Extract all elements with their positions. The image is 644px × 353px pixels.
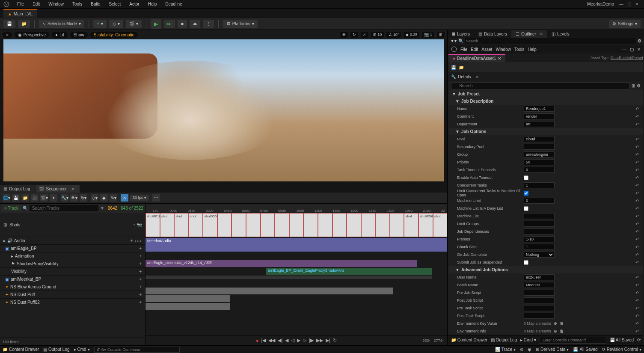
reset-icon[interactable]: ↶ bbox=[635, 329, 639, 334]
property-input[interactable] bbox=[524, 244, 555, 250]
track-row[interactable]: ⚑ShadowProxyVisibility+ bbox=[0, 260, 145, 268]
shot-thumb[interactable] bbox=[289, 213, 304, 237]
blueprint-button[interactable]: ◇▾ bbox=[109, 20, 123, 28]
snap-grid[interactable]: ⊞ 10 bbox=[371, 32, 384, 38]
property-input[interactable] bbox=[524, 182, 555, 188]
track-row[interactable]: ✦NS Blow Across Ground+ bbox=[0, 283, 145, 291]
reset-icon[interactable]: ↶ bbox=[635, 122, 639, 127]
menu-file[interactable]: File bbox=[13, 2, 28, 6]
play-reverse-button[interactable]: ◀ bbox=[285, 338, 288, 343]
seq-director-button[interactable]: ✦ bbox=[50, 194, 57, 202]
reset-icon[interactable]: ↶ bbox=[635, 291, 639, 295]
property-input[interactable] bbox=[524, 167, 555, 173]
tab-layers[interactable]: ≣Layers bbox=[448, 30, 474, 38]
seq-curve-button[interactable]: 〰 bbox=[152, 194, 160, 202]
property-input[interactable] bbox=[524, 121, 555, 127]
seq-browse-button[interactable]: 📁 bbox=[21, 194, 29, 202]
play-forward-button[interactable]: ▶ bbox=[297, 338, 300, 343]
asset-max-button[interactable]: ▢ bbox=[630, 47, 634, 52]
expand-icon[interactable]: ▸ bbox=[3, 238, 6, 243]
prev-key-button[interactable]: ◀| bbox=[278, 338, 282, 343]
close-icon[interactable]: ✕ bbox=[540, 32, 543, 36]
tab-sequencer[interactable]: 🎬Sequencer✕ bbox=[36, 185, 79, 193]
track-row[interactable]: ✦NS Dust Puff02+ bbox=[0, 299, 145, 306]
seq-save-button[interactable]: 💾 bbox=[12, 194, 20, 202]
property-input[interactable] bbox=[524, 221, 555, 227]
browse-button[interactable]: 📁 bbox=[18, 20, 30, 28]
menu-select[interactable]: Select bbox=[105, 2, 125, 6]
record-button[interactable]: ● bbox=[256, 338, 259, 343]
playhead[interactable] bbox=[227, 213, 227, 335]
reset-icon[interactable]: ↶ bbox=[635, 168, 639, 172]
fx-bar-3[interactable] bbox=[145, 303, 230, 310]
shot-thumb[interactable] bbox=[318, 213, 332, 237]
track-row[interactable]: ▣amlEagle_BP+ bbox=[0, 245, 145, 252]
seq-playback-button[interactable]: ↻▾ bbox=[80, 194, 87, 202]
reset-icon[interactable]: ↶ bbox=[635, 145, 639, 149]
details-tab-label[interactable]: Details bbox=[458, 74, 471, 79]
skip-button[interactable]: ⏭ bbox=[164, 20, 175, 28]
reset-icon[interactable]: ↶ bbox=[635, 275, 639, 280]
property-input[interactable] bbox=[524, 297, 555, 303]
menu-build[interactable]: Build bbox=[86, 2, 104, 6]
property-checkbox[interactable] bbox=[524, 191, 528, 196]
maximize-button[interactable]: ▢ bbox=[625, 2, 633, 6]
loop-button[interactable]: ↻ bbox=[333, 338, 337, 343]
tab-output-log[interactable]: ▤Output Log bbox=[0, 185, 35, 193]
close-button[interactable]: ✕ bbox=[633, 2, 641, 6]
revision-control-button[interactable]: ⟳ Revision Control ▾ bbox=[602, 347, 641, 352]
close-icon[interactable]: ✕ bbox=[498, 56, 501, 61]
outliner-search[interactable] bbox=[465, 38, 636, 44]
property-input[interactable] bbox=[524, 305, 555, 311]
property-input[interactable] bbox=[524, 236, 555, 242]
menu-help[interactable]: Help bbox=[144, 2, 161, 6]
viewport-menu[interactable]: ≡ bbox=[3, 32, 12, 38]
asset-browse-button[interactable]: 📁 bbox=[459, 65, 464, 70]
track-row[interactable]: ✦NS Dust Puff+ bbox=[0, 291, 145, 299]
eject-button[interactable]: ⏏ bbox=[190, 20, 200, 28]
perspective-button[interactable]: ◉Perspective bbox=[15, 32, 49, 38]
tab-levels[interactable]: ◫Levels bbox=[547, 30, 574, 38]
reset-icon[interactable]: ↶ bbox=[635, 283, 639, 288]
transform-scale[interactable]: ⤢ bbox=[361, 32, 368, 38]
selection-mode-button[interactable]: ↖Selection Mode ▾ bbox=[39, 20, 84, 28]
close-icon[interactable]: ✕ bbox=[71, 187, 74, 191]
asset-menu-edit[interactable]: Edit bbox=[471, 47, 478, 52]
property-input[interactable] bbox=[524, 159, 555, 165]
stop-button[interactable]: ■ bbox=[178, 20, 187, 28]
asset-menu-tools[interactable]: Tools bbox=[514, 47, 524, 52]
asset-type-link[interactable]: DeadlineJobPreset bbox=[611, 56, 643, 60]
seq-render-movie-button[interactable]: 🎬▾ bbox=[40, 194, 48, 202]
asset-save-button[interactable]: 💾 bbox=[451, 65, 456, 70]
track-row[interactable]: Visibility+ bbox=[0, 268, 145, 276]
shot-thumb[interactable]: shot bbox=[404, 213, 418, 237]
add-key-button[interactable]: + bbox=[139, 246, 142, 251]
step-back-button[interactable]: ◀◀ bbox=[268, 338, 275, 343]
bug-icon[interactable]: ⊙ bbox=[520, 347, 523, 352]
add-track-button[interactable]: + Track bbox=[2, 205, 21, 211]
reset-icon[interactable]: ↶ bbox=[635, 222, 639, 226]
current-frame[interactable]: 0642 bbox=[106, 206, 119, 211]
seq-fps-dropdown[interactable]: 30 fps ▾ bbox=[130, 195, 149, 201]
output-log-button[interactable]: ▤ Output Log bbox=[43, 347, 69, 352]
reset-icon[interactable]: ↶ bbox=[635, 298, 639, 303]
trace-button[interactable]: 📊 Trace ▾ bbox=[495, 347, 516, 352]
reset-icon[interactable]: ↶ bbox=[635, 252, 639, 257]
add-audio-button[interactable]: + ∘∘∘ bbox=[130, 238, 142, 243]
tab-data-layers[interactable]: ▤Data Layers bbox=[474, 30, 511, 38]
reset-icon[interactable]: ↶ bbox=[635, 245, 639, 249]
clear-map-icon[interactable]: 🗑 bbox=[560, 321, 564, 326]
settings-icon[interactable]: ⚙ bbox=[638, 39, 641, 43]
property-input[interactable] bbox=[524, 151, 555, 157]
reset-icon[interactable]: ↶ bbox=[635, 191, 639, 196]
property-select[interactable]: Nothing bbox=[524, 252, 555, 258]
reset-icon[interactable]: ↶ bbox=[635, 183, 639, 188]
all-saved-button[interactable]: 💾 All Saved bbox=[573, 347, 597, 352]
cmd-dropdown[interactable]: ▸ Cmd ▾ bbox=[74, 347, 90, 352]
animation-clip[interactable]: amlEagle_cinematic_v124b_r14_ASE bbox=[145, 260, 417, 267]
shots-track-header[interactable]: ⊞ Shots + 📷 bbox=[0, 213, 145, 237]
reset-icon[interactable]: ↶ bbox=[635, 206, 639, 211]
shot-thumb[interactable]: shot bbox=[433, 213, 447, 237]
property-input[interactable] bbox=[524, 274, 555, 280]
visibility-bar[interactable] bbox=[145, 276, 432, 279]
